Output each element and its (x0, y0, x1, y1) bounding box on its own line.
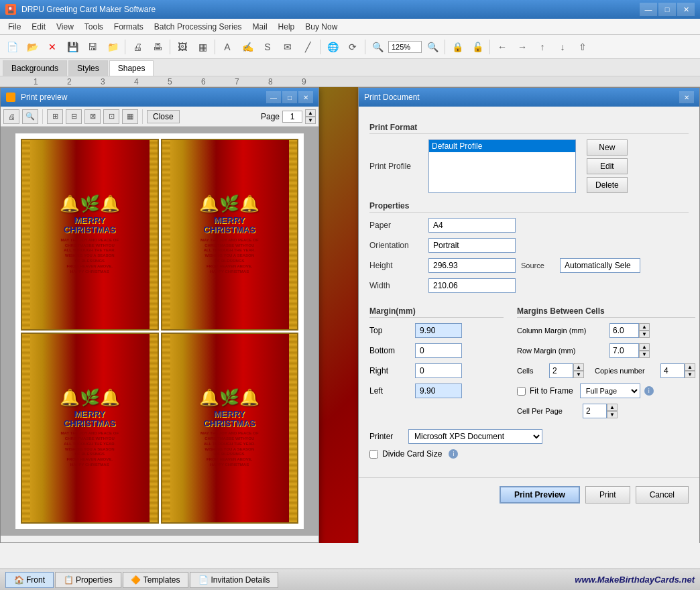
bottom-tab-properties[interactable]: 📋 Properties (55, 572, 121, 588)
preview-search-btn[interactable]: 🔍 (22, 109, 38, 124)
height-input[interactable] (428, 258, 516, 273)
page-input[interactable] (282, 111, 302, 123)
margin-top-input[interactable] (415, 323, 462, 338)
zoom-in-tool[interactable]: 🔍 (368, 38, 387, 56)
fit-frame-checkbox[interactable] (517, 387, 526, 396)
folder-tool[interactable]: 📁 (103, 38, 122, 56)
open-tool[interactable]: 📂 (23, 38, 42, 56)
email-tool[interactable]: ✉ (278, 38, 297, 56)
new-tool[interactable]: 📄 (3, 38, 21, 56)
bg2-tool[interactable]: ⟳ (343, 38, 362, 56)
width-input[interactable] (428, 278, 516, 293)
cells-input[interactable] (549, 363, 573, 378)
preview-close-bar-btn[interactable]: Close (147, 110, 180, 123)
menu-view[interactable]: View (51, 21, 79, 33)
cells-down[interactable]: ▼ (573, 371, 584, 378)
preview-view5-btn[interactable]: ▦ (122, 109, 138, 124)
shape-tool[interactable]: S (258, 38, 277, 56)
print2-tool[interactable]: 🖶 (148, 38, 167, 56)
page-up-btn[interactable]: ▲ (305, 109, 316, 117)
printer-select[interactable]: Microsoft XPS Document (408, 429, 542, 444)
margin-left-label: Left (369, 386, 410, 396)
bottom-tab-templates[interactable]: 🔶 Templates (123, 572, 189, 588)
menu-file[interactable]: File (3, 21, 26, 33)
bottom-tab-front[interactable]: 🏠 Front (5, 572, 54, 588)
menu-tools[interactable]: Tools (79, 21, 109, 33)
dialog-close-btn[interactable]: ✕ (679, 91, 694, 103)
save2-tool[interactable]: 🖫 (83, 38, 102, 56)
menu-edit[interactable]: Edit (26, 21, 51, 33)
copies-up[interactable]: ▲ (685, 363, 695, 371)
tab-shapes[interactable]: Shapes (109, 60, 154, 76)
margin-right-input[interactable] (415, 363, 462, 378)
new-profile-btn[interactable]: New (587, 139, 628, 156)
edit-profile-btn[interactable]: Edit (587, 158, 628, 174)
profile-list[interactable]: Default Profile (428, 139, 576, 193)
zoom-out-tool[interactable]: 🔍 (423, 38, 442, 56)
margin-left-input[interactable] (415, 384, 462, 398)
img-tool[interactable]: 🖼 (173, 38, 192, 56)
barcode-tool[interactable]: ▦ (193, 38, 212, 56)
lock-tool[interactable]: 🔒 (448, 38, 467, 56)
profile-item-default[interactable]: Default Profile (429, 140, 575, 152)
col-margin-input[interactable] (609, 323, 639, 338)
menu-formats[interactable]: Formats (109, 21, 149, 33)
source-input[interactable] (560, 258, 640, 273)
paper-input[interactable] (428, 218, 516, 233)
tab-styles[interactable]: Styles (68, 60, 108, 76)
menu-help[interactable]: Help (273, 21, 300, 33)
print-tool[interactable]: 🖨 (128, 38, 147, 56)
save-tool[interactable]: 💾 (63, 38, 82, 56)
margin-bottom-input[interactable] (415, 343, 462, 358)
col-margin-up[interactable]: ▲ (639, 323, 650, 331)
bottom-tab-invitation[interactable]: 📄 Invitation Details (190, 572, 278, 588)
down-tool[interactable]: ↓ (553, 38, 572, 56)
preview-minimize-btn[interactable]: — (266, 91, 281, 103)
preview-close-btn[interactable]: ✕ (298, 91, 313, 103)
unlock-tool[interactable]: 🔓 (468, 38, 487, 56)
cell-per-page-down[interactable]: ▼ (607, 411, 618, 418)
text-tool[interactable]: A (218, 38, 237, 56)
back-tool[interactable]: ← (493, 38, 512, 56)
delete-profile-btn[interactable]: Delete (587, 177, 628, 193)
menu-batch[interactable]: Batch Processing Series (149, 21, 247, 33)
maximize-button[interactable]: □ (658, 3, 676, 16)
cancel-btn[interactable]: Cancel (636, 486, 689, 504)
bg-tool[interactable]: 🌐 (323, 38, 342, 56)
up-tool[interactable]: ↑ (533, 38, 552, 56)
print-preview-print-btn[interactable]: 🖨 (3, 109, 19, 124)
preview-view4-btn[interactable]: ⊡ (103, 109, 119, 124)
line-tool[interactable]: ╱ (298, 38, 317, 56)
orientation-input[interactable] (428, 238, 516, 253)
preview-view2-btn[interactable]: ⊟ (66, 109, 82, 124)
fwd-tool[interactable]: → (513, 38, 532, 56)
other-tool[interactable]: ⇧ (573, 38, 592, 56)
print-btn[interactable]: Print (585, 486, 630, 504)
fit-frame-info-icon[interactable]: i (644, 386, 654, 396)
preview-view1-btn[interactable]: ⊞ (47, 109, 63, 124)
close-button[interactable]: ✕ (677, 3, 695, 16)
card-preview-2: 🔔🌿🔔 MERRYCHRISTMAS MAY THE JOY AND PEACE… (161, 139, 299, 331)
col-margin-down[interactable]: ▼ (639, 331, 650, 338)
wordart-tool[interactable]: ✍ (238, 38, 257, 56)
full-page-select[interactable]: Full Page (580, 384, 640, 398)
cell-per-page-input[interactable] (583, 404, 607, 418)
copies-input[interactable] (660, 363, 685, 378)
divide-card-checkbox[interactable] (369, 450, 378, 459)
divide-card-info-icon[interactable]: i (449, 449, 458, 459)
cell-per-page-up[interactable]: ▲ (607, 404, 618, 411)
row-margin-input[interactable] (609, 343, 639, 358)
row-margin-down[interactable]: ▼ (639, 351, 650, 358)
print-preview-btn[interactable]: Print Preview (500, 486, 580, 504)
row-margin-up[interactable]: ▲ (639, 343, 650, 351)
cells-up[interactable]: ▲ (573, 363, 584, 371)
tab-backgrounds[interactable]: Backgrounds (3, 60, 67, 76)
preview-maximize-btn[interactable]: □ (282, 91, 297, 103)
menu-mail[interactable]: Mail (247, 21, 273, 33)
minimize-button[interactable]: — (640, 3, 657, 16)
copies-down[interactable]: ▼ (685, 371, 695, 378)
preview-view3-btn[interactable]: ⊠ (84, 109, 101, 124)
page-down-btn[interactable]: ▼ (305, 117, 316, 124)
menu-buynow[interactable]: Buy Now (300, 21, 343, 33)
delete-tool[interactable]: ✕ (43, 38, 62, 56)
